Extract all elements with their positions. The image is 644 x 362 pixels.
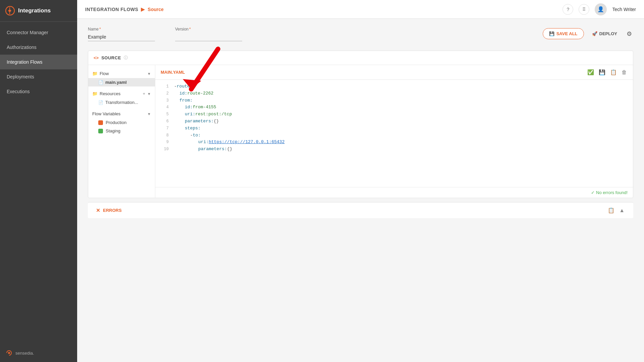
resources-chevron-icon: ▼ (147, 92, 151, 96)
errors-x-icon: ✕ (96, 207, 100, 214)
code-line-6: 6 parameters: {} (155, 118, 633, 125)
svg-rect-3 (99, 121, 102, 124)
env-production[interactable]: Production (88, 118, 155, 127)
sidebar-item-executions[interactable]: Executions (0, 84, 77, 99)
sidebar-item-deployments[interactable]: Deployments (0, 69, 77, 84)
code-editor[interactable]: 1 - route: 2 id: route-2262 3 (155, 80, 633, 187)
code-line-4: 4 id: from-4155 (155, 104, 633, 111)
settings-button[interactable]: ⚙ (625, 29, 633, 39)
version-label: Version* (175, 27, 249, 32)
code-line-3: 3 from: (155, 97, 633, 104)
name-required-star: * (99, 27, 101, 32)
code-line-2: 2 id: route-2262 (155, 90, 633, 97)
env-staging[interactable]: Staging (88, 127, 155, 135)
errors-label: ✕ ERRORS (96, 207, 122, 214)
code-line-7: 7 steps: (155, 125, 633, 132)
validate-button[interactable]: ✅ (587, 68, 595, 76)
source-info-icon[interactable]: ⓘ (124, 55, 128, 61)
code-line-9: 9 uri: https://tcp://127.0.0.1:65432 (155, 139, 633, 146)
name-input[interactable] (88, 33, 155, 41)
errors-bar: ✕ ERRORS 📋 ▲ (88, 202, 633, 218)
tree-flow-variables-section: Flow Variables ▼ Production (88, 109, 155, 135)
svg-point-1 (8, 352, 10, 354)
no-errors-status: ✓ No errors found! (591, 190, 628, 195)
version-input[interactable] (175, 33, 242, 41)
yaml-link[interactable]: https://tcp://127.0.0.1:65432 (209, 139, 284, 146)
save-icon: 💾 (549, 31, 554, 36)
tree-flow-item[interactable]: 📁 Flow ▼ (88, 69, 155, 78)
help-icon: ? (567, 7, 570, 12)
sidebar-logo-text: Integrations (18, 7, 51, 14)
sidebar-nav: Connector Manager Authorizations Integra… (0, 22, 77, 344)
source-brackets-icon: <> (94, 55, 99, 60)
apps-button[interactable]: ⠿ (579, 4, 589, 15)
file-tree: 📁 Flow ▼ 📄 main.yaml 📁 Resources (88, 65, 155, 198)
avatar-icon: 👤 (597, 6, 604, 12)
username: Tech Writer (612, 7, 636, 12)
deploy-icon: 🚀 (592, 31, 597, 36)
breadcrumb-separator-icon: ▶ (141, 6, 145, 12)
content-area: Name* Version* 💾 SAVE ALL 🚀 DEPLOY (77, 19, 644, 362)
code-header: MAIN.YAML ✅ 💾 📋 🗑 (155, 65, 633, 80)
name-field: Name* (88, 27, 162, 41)
source-body: 📁 Flow ▼ 📄 main.yaml 📁 Resources (88, 65, 633, 198)
errors-collapse-button[interactable]: ▲ (619, 207, 625, 214)
flow-chevron-icon: ▼ (147, 72, 151, 76)
sidebar: Integrations Connector Manager Authoriza… (0, 0, 77, 362)
save-file-button[interactable]: 💾 (598, 68, 606, 76)
code-line-1: 1 - route: (155, 83, 633, 90)
user-avatar: 👤 (595, 3, 607, 15)
action-bar: 💾 SAVE ALL 🚀 DEPLOY ⚙ (543, 28, 633, 39)
deploy-button[interactable]: 🚀 DEPLOY (588, 28, 621, 39)
sidebar-item-authorizations[interactable]: Authorizations (0, 40, 77, 55)
save-all-button[interactable]: 💾 SAVE ALL (543, 28, 584, 39)
copy-button[interactable]: 📋 (609, 68, 618, 76)
breadcrumb-current: Source (148, 7, 163, 12)
sensedia-logo-icon (5, 349, 13, 357)
main-content: INTEGRATION FLOWS ▶ Source ? ⠿ 👤 Tech Wr… (77, 0, 644, 362)
code-line-5: 5 uri: rest:post:/tcp (155, 111, 633, 118)
breadcrumb-root: INTEGRATION FLOWS (85, 7, 138, 12)
tree-add-icon[interactable]: + (143, 91, 146, 96)
tree-flow-variables-label: Flow Variables (92, 111, 145, 116)
sidebar-footer: sensedia. (0, 344, 77, 362)
topbar-right: ? ⠿ 👤 Tech Writer (562, 3, 636, 15)
sidebar-item-connector-manager[interactable]: Connector Manager (0, 25, 77, 40)
file-icon: 📄 (98, 80, 103, 85)
settings-icon: ⚙ (627, 31, 632, 37)
code-filename: MAIN.YAML (161, 70, 185, 75)
tree-main-yaml[interactable]: 📄 main.yaml (88, 78, 155, 86)
sidebar-item-integration-flows[interactable]: Integration Flows (0, 55, 77, 69)
tree-resources-section: 📁 Resources + ▼ 📄 Transformation... (88, 89, 155, 107)
version-required-star: * (189, 27, 191, 32)
sidebar-logo[interactable]: Integrations (0, 0, 77, 22)
tree-flow-variables-item[interactable]: Flow Variables ▼ (88, 109, 155, 118)
integrations-logo-icon (5, 6, 15, 15)
status-bar: ✓ No errors found! (155, 187, 633, 198)
code-editor-area: MAIN.YAML ✅ 💾 📋 🗑 1 - route: (155, 65, 633, 198)
svg-rect-4 (99, 129, 102, 133)
flow-variables-chevron-icon: ▼ (147, 112, 151, 116)
tree-resources-item[interactable]: 📁 Resources + ▼ (88, 89, 155, 98)
errors-right: 📋 ▲ (607, 206, 625, 214)
breadcrumb: INTEGRATION FLOWS ▶ Source (85, 6, 164, 12)
sensedia-logo-text: sensedia. (15, 351, 34, 356)
staging-env-icon (98, 129, 103, 133)
version-field: Version* (175, 27, 249, 41)
source-section: <> SOURCE ⓘ 📁 Flow ▼ 📄 main.y (88, 51, 633, 198)
transformation-file-icon: 📄 (98, 100, 103, 105)
code-line-10: 10 parameters: {} (155, 146, 633, 153)
apps-icon: ⠿ (582, 7, 586, 12)
resources-folder-icon: 📁 (92, 91, 98, 96)
errors-copy-button[interactable]: 📋 (607, 206, 615, 214)
delete-button[interactable]: 🗑 (621, 69, 628, 76)
topbar: INTEGRATION FLOWS ▶ Source ? ⠿ 👤 Tech Wr… (77, 0, 644, 19)
production-env-icon (98, 120, 103, 125)
help-button[interactable]: ? (562, 4, 573, 15)
name-label: Name* (88, 27, 162, 32)
tree-resources-label: Resources (100, 91, 141, 96)
source-label: SOURCE (101, 55, 121, 60)
tree-transformation[interactable]: 📄 Transformation... (88, 98, 155, 107)
tree-flow-label: Flow (100, 71, 145, 76)
folder-icon: 📁 (92, 71, 98, 76)
